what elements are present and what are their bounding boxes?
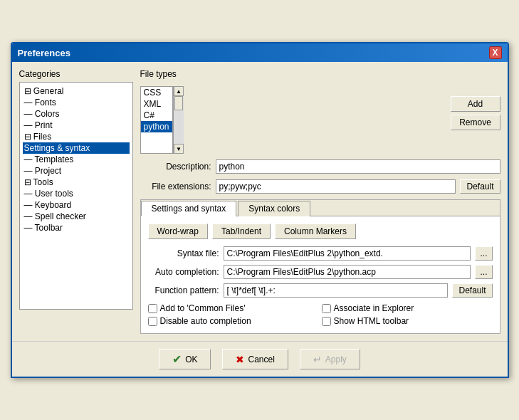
scroll-up-button[interactable]: ▲ xyxy=(174,86,184,96)
cancel-label: Cancel xyxy=(248,355,274,364)
function-pattern-input[interactable] xyxy=(224,283,449,298)
file-type-buttons: Add Remove xyxy=(451,86,500,154)
sidebar-item-settings-syntax[interactable]: Settings & syntax xyxy=(23,142,130,154)
scroll-track xyxy=(174,96,184,144)
assoc-explorer-label: Associate in Explorer xyxy=(334,303,414,313)
sidebar-item-print[interactable]: — Print xyxy=(23,120,130,131)
extensions-default-button[interactable]: Default xyxy=(460,179,500,194)
remove-button[interactable]: Remove xyxy=(451,115,500,130)
sidebar-item-user-tools[interactable]: — User tools xyxy=(23,188,130,199)
file-types-label: File types xyxy=(140,69,500,79)
add-button[interactable]: Add xyxy=(451,96,500,112)
ok-button[interactable]: ✔ OK xyxy=(159,349,211,369)
categories-label: Categories xyxy=(19,69,133,79)
file-list-scrollbar[interactable]: ▲ ▼ xyxy=(173,86,184,154)
cancel-button[interactable]: ✖ Cancel xyxy=(222,349,288,369)
column-markers-button[interactable]: Column Markers xyxy=(275,224,356,239)
ok-icon: ✔ xyxy=(172,352,182,366)
syntax-file-row: Syntax file: ... xyxy=(148,246,493,261)
sidebar-item-spell-checker[interactable]: — Spell checker xyxy=(23,211,130,222)
sidebar: Categories ⊟ General — Fonts — Colors — … xyxy=(19,69,133,334)
sidebar-item-general[interactable]: ⊟ General xyxy=(23,85,130,97)
tab-settings-content: Word-wrap Tab/Indent Column Markers Synt… xyxy=(141,216,500,333)
auto-completion-row: Auto completion: ... xyxy=(148,265,493,279)
tab-syntax-colors[interactable]: Syntax colors xyxy=(238,201,310,216)
categories-tree[interactable]: ⊟ General — Fonts — Colors — Print ⊟ Fil… xyxy=(19,82,133,310)
file-item-csharp[interactable]: C# xyxy=(141,110,172,121)
sidebar-item-keyboard[interactable]: — Keyboard xyxy=(23,199,130,211)
scroll-down-button[interactable]: ▼ xyxy=(174,144,184,154)
description-input[interactable] xyxy=(216,159,500,174)
close-button[interactable]: X xyxy=(489,46,502,59)
checkbox-show-html: Show HTML toolbar xyxy=(322,316,493,326)
sidebar-item-files[interactable]: ⊟ Files xyxy=(23,131,130,142)
settings-buttons-row: Word-wrap Tab/Indent Column Markers xyxy=(148,224,493,239)
show-html-label: Show HTML toolbar xyxy=(334,316,409,326)
tab-settings[interactable]: Settings and syntax xyxy=(141,201,237,216)
file-item-python[interactable]: python xyxy=(141,121,172,132)
sidebar-item-fonts[interactable]: — Fonts xyxy=(23,97,130,108)
sidebar-item-templates[interactable]: — Templates xyxy=(23,154,130,165)
file-list-wrap: CSS XML C# python ▲ ▼ xyxy=(140,86,445,154)
checkboxes-section: Add to 'Common Files' Associate in Explo… xyxy=(148,303,493,326)
file-types-section: CSS XML C# python ▲ ▼ xyxy=(140,86,500,154)
auto-completion-label: Auto completion: xyxy=(148,267,219,277)
checkbox-add-common: Add to 'Common Files' xyxy=(148,303,319,313)
ok-label: OK xyxy=(185,355,197,364)
apply-button[interactable]: ↵ Apply xyxy=(300,349,360,369)
file-extensions-row: File extensions: Default xyxy=(140,179,500,194)
window-title: Preferences xyxy=(18,48,70,58)
tab-indent-button[interactable]: Tab/Indent xyxy=(212,224,271,239)
sidebar-item-toolbar[interactable]: — Toolbar xyxy=(23,222,130,233)
tab-header: Settings and syntax Syntax colors xyxy=(141,200,500,216)
file-extensions-input[interactable] xyxy=(216,179,456,194)
show-html-checkbox[interactable] xyxy=(322,317,331,326)
cancel-icon: ✖ xyxy=(236,354,244,365)
scroll-thumb[interactable] xyxy=(174,96,183,110)
auto-completion-input[interactable] xyxy=(224,265,471,279)
assoc-explorer-checkbox[interactable] xyxy=(322,304,331,313)
disable-auto-label: Disable auto completion xyxy=(160,316,251,326)
checkbox-disable-auto: Disable auto completion xyxy=(148,316,319,326)
syntax-file-browse[interactable]: ... xyxy=(475,246,492,261)
sidebar-item-colors[interactable]: — Colors xyxy=(23,108,130,120)
description-row: Description: xyxy=(140,159,500,174)
preferences-dialog: Preferences X Categories ⊟ General — Fon… xyxy=(11,42,509,378)
checkbox-assoc-explorer: Associate in Explorer xyxy=(322,303,493,313)
title-bar: Preferences X xyxy=(12,43,508,62)
function-pattern-row: Function pattern: Default xyxy=(148,283,493,298)
apply-icon: ↵ xyxy=(313,354,322,365)
syntax-file-label: Syntax file: xyxy=(148,248,219,258)
dialog-footer: ✔ OK ✖ Cancel ↵ Apply xyxy=(12,341,508,377)
syntax-file-input[interactable] xyxy=(224,246,471,261)
file-item-xml[interactable]: XML xyxy=(141,98,172,110)
word-wrap-button[interactable]: Word-wrap xyxy=(148,224,208,239)
sidebar-item-project[interactable]: — Project xyxy=(23,165,130,177)
settings-tab-container: Settings and syntax Syntax colors Word-w… xyxy=(140,199,500,334)
function-pattern-label: Function pattern: xyxy=(148,285,219,295)
add-common-checkbox[interactable] xyxy=(148,304,157,313)
file-extensions-label: File extensions: xyxy=(140,182,211,191)
main-panel: File types CSS XML C# python ▲ xyxy=(140,69,500,334)
file-item-css[interactable]: CSS xyxy=(141,87,172,98)
file-list-scrollbar-wrap: CSS XML C# python ▲ ▼ xyxy=(140,86,445,154)
dialog-content: Categories ⊟ General — Fonts — Colors — … xyxy=(12,62,508,341)
file-list[interactable]: CSS XML C# python xyxy=(140,86,173,154)
auto-completion-browse[interactable]: ... xyxy=(475,265,492,279)
disable-auto-checkbox[interactable] xyxy=(148,317,157,326)
add-common-label: Add to 'Common Files' xyxy=(160,303,246,313)
apply-label: Apply xyxy=(325,355,347,364)
sidebar-item-tools[interactable]: ⊟ Tools xyxy=(23,177,130,188)
description-label: Description: xyxy=(140,162,211,172)
function-pattern-default[interactable]: Default xyxy=(452,283,492,298)
